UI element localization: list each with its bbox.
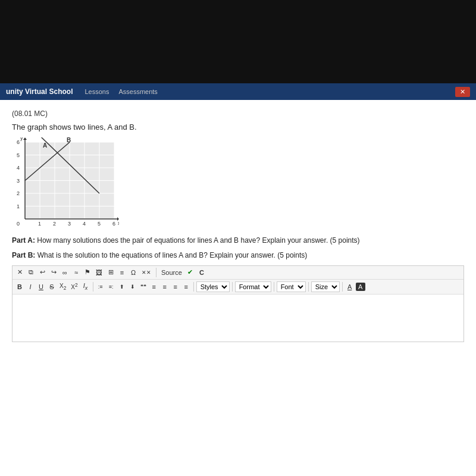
separator-4 bbox=[232, 282, 233, 292]
nav-bar: unity Virtual School Lessons Assessments… bbox=[0, 83, 476, 100]
close-button[interactable]: ✕ bbox=[455, 87, 470, 97]
part-a-label: Part A: bbox=[12, 236, 35, 245]
graph-container bbox=[12, 137, 119, 230]
redo-button[interactable]: ↪ bbox=[49, 268, 58, 277]
separator-6 bbox=[308, 282, 309, 292]
remove-format-button[interactable]: Ix bbox=[81, 281, 90, 292]
unlink-button[interactable]: ≈ bbox=[71, 268, 81, 277]
editor-area[interactable] bbox=[12, 294, 464, 342]
part-a-body: How many solutions does the pair of equa… bbox=[37, 236, 359, 245]
styles-select[interactable]: Styles bbox=[196, 281, 230, 292]
align-justify-button[interactable]: ≡ bbox=[181, 283, 191, 291]
superscript-button[interactable]: X2 bbox=[69, 281, 79, 291]
indent-button[interactable]: :≡ bbox=[96, 283, 105, 290]
check-button[interactable]: ✔ bbox=[186, 268, 195, 277]
strikethrough-button[interactable]: S bbox=[47, 283, 57, 291]
toolbar-row1: ✕ ⧉ ↩ ↪ ∞ ≈ ⚑ 🖼 ⊞ ≡ Ω ✕✕ Source ✔ C bbox=[12, 266, 464, 280]
indent2-button[interactable]: ⬆ bbox=[117, 283, 127, 290]
align-center-button[interactable]: ≡ bbox=[160, 283, 170, 291]
separator-2 bbox=[93, 282, 93, 292]
italic-button[interactable]: I bbox=[26, 283, 35, 291]
cut-button[interactable]: ✕ bbox=[15, 268, 24, 277]
undo-button[interactable]: ↩ bbox=[37, 268, 47, 277]
highlight-button[interactable]: A bbox=[356, 283, 365, 291]
separator-3 bbox=[193, 282, 194, 292]
anchor-button[interactable]: ⚑ bbox=[83, 268, 92, 277]
format-select[interactable]: Format bbox=[235, 281, 271, 292]
font-color-button[interactable]: A bbox=[345, 283, 355, 291]
underline-button[interactable]: U bbox=[36, 283, 46, 291]
assessments-link[interactable]: Assessments bbox=[118, 88, 157, 95]
separator-1 bbox=[156, 268, 156, 277]
clear-button[interactable]: C bbox=[197, 268, 206, 277]
question-code: (08.01 MC) bbox=[12, 109, 464, 118]
separator-7 bbox=[342, 282, 343, 292]
outdent-button[interactable]: ≡: bbox=[107, 283, 116, 290]
omega-button[interactable]: Ω bbox=[129, 268, 138, 277]
main-content: (08.01 MC) The graph shows two lines, A … bbox=[0, 100, 476, 476]
brand-label: unity Virtual School bbox=[6, 87, 73, 96]
separator-5 bbox=[274, 282, 274, 292]
nav-links: Lessons Assessments bbox=[84, 88, 157, 95]
question-intro: The graph shows two lines, A and B. bbox=[12, 123, 464, 131]
image-button[interactable]: 🖼 bbox=[94, 268, 104, 277]
top-black-area bbox=[0, 0, 476, 83]
toolbar-row2: B I U S X2 X2 Ix :≡ ≡: ⬆ ⬇ ❝❝ ≡ ≡ ≡ ≡ St… bbox=[12, 280, 464, 294]
size-select[interactable]: Size bbox=[311, 281, 340, 292]
special-button[interactable]: ✕✕ bbox=[140, 269, 153, 276]
part-a-text: Part A: How many solutions does the pair… bbox=[12, 236, 464, 246]
part-b-body: What is the solution to the equations of… bbox=[37, 251, 308, 259]
list-button[interactable]: ≡ bbox=[117, 268, 127, 277]
align-right-button[interactable]: ≡ bbox=[171, 283, 180, 291]
subscript-button[interactable]: X2 bbox=[58, 282, 68, 292]
part-b-label: Part B: bbox=[12, 251, 35, 259]
toolbar-container: ✕ ⧉ ↩ ↪ ∞ ≈ ⚑ 🖼 ⊞ ≡ Ω ✕✕ Source ✔ C B I … bbox=[12, 265, 464, 342]
link-button[interactable]: ∞ bbox=[60, 268, 70, 277]
blockquote-button[interactable]: ❝❝ bbox=[139, 283, 148, 290]
source-button[interactable]: Source bbox=[159, 268, 184, 277]
align-left-button[interactable]: ≡ bbox=[149, 283, 159, 291]
part-b-text: Part B: What is the solution to the equa… bbox=[12, 250, 464, 261]
font-select[interactable]: Font bbox=[277, 281, 306, 292]
outdent2-button[interactable]: ⬇ bbox=[128, 283, 137, 290]
table-button[interactable]: ⊞ bbox=[106, 268, 115, 277]
lessons-link[interactable]: Lessons bbox=[84, 88, 109, 95]
copy-button[interactable]: ⧉ bbox=[26, 268, 36, 277]
bold-button[interactable]: B bbox=[15, 283, 24, 291]
